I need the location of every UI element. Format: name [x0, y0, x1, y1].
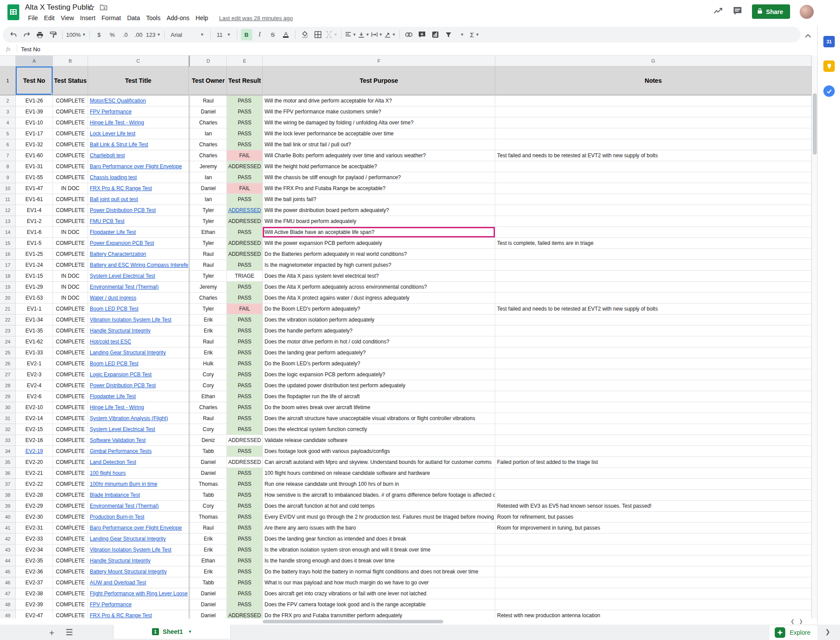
test-title-link[interactable]: Flight Performance with Ring Lever Loose: [90, 590, 187, 597]
insights-icon[interactable]: [713, 7, 723, 17]
menu-item-view[interactable]: View: [58, 14, 77, 22]
test-title-link[interactable]: Landing Gear Structural Integrity: [90, 536, 166, 542]
cell-test-owner[interactable]: Tyler: [190, 238, 227, 249]
cell-test-title[interactable]: AUW and Overload Test: [88, 577, 189, 588]
calendar-icon[interactable]: 31: [823, 36, 835, 47]
cell-test-no[interactable]: EV2-31: [16, 523, 53, 534]
column-header-B[interactable]: B: [53, 56, 88, 67]
cell-test-title[interactable]: Hinge Life Test - Wiring: [88, 117, 189, 128]
cell-test-title[interactable]: System Level Electrical Test: [88, 424, 189, 435]
cell-notes[interactable]: [495, 260, 812, 271]
row-number[interactable]: 17: [0, 260, 16, 271]
cell-test-title[interactable]: FMU PCB Test: [88, 216, 189, 227]
header-cell[interactable]: Test Result: [227, 67, 263, 95]
cell-test-no[interactable]: EV1-17: [16, 128, 53, 139]
insert-chart-icon[interactable]: [430, 29, 441, 40]
cell-test-status[interactable]: IN DOC: [53, 282, 88, 293]
cell-notes[interactable]: [495, 325, 812, 336]
cell-test-purpose[interactable]: What is our max payload and how much mar…: [263, 577, 495, 588]
add-sheet-icon[interactable]: ＋: [43, 627, 60, 638]
cell-test-purpose[interactable]: Will the height hold performance be acec…: [263, 161, 495, 172]
cell-test-result[interactable]: PASS: [227, 117, 263, 128]
cell-test-purpose[interactable]: Is the handle strong enough and does it …: [263, 555, 495, 566]
cell-test-purpose[interactable]: Will Active Blade have an acceptable lif…: [263, 227, 495, 238]
test-title-link[interactable]: Handle Structural Integrity: [90, 558, 151, 564]
cell-test-result[interactable]: PASS: [227, 512, 263, 523]
cell-notes[interactable]: Failed portion of test added to the tria…: [495, 457, 812, 468]
cell-test-title[interactable]: Handle Structural Integrity: [88, 325, 189, 336]
cell-test-no[interactable]: EV2-21: [16, 468, 53, 479]
cell-test-purpose[interactable]: Will the wiring be damaged by folding / …: [263, 117, 495, 128]
cell-test-owner[interactable]: Daniel: [190, 457, 227, 468]
insert-link-icon[interactable]: [403, 29, 415, 40]
cell-notes[interactable]: Room for refinement, but passes: [495, 512, 812, 523]
cell-test-status[interactable]: COMPLETE: [53, 545, 88, 555]
cell-test-status[interactable]: COMPLETE: [53, 95, 88, 106]
cell-test-title[interactable]: Hot/cold test ESC: [88, 336, 189, 347]
cell-test-title[interactable]: Chassis loading test: [88, 172, 189, 183]
cell-test-status[interactable]: COMPLETE: [53, 534, 88, 545]
cell-test-purpose[interactable]: Do the battery trays hold the battery in…: [263, 566, 495, 577]
cell-notes[interactable]: [495, 271, 812, 282]
cell-test-no[interactable]: EV2-38: [16, 588, 53, 599]
row-number[interactable]: 20: [0, 293, 16, 304]
header-cell[interactable]: Test Status: [53, 67, 88, 95]
cell-test-title[interactable]: Production Burn-in Test: [88, 512, 189, 523]
cell-test-owner[interactable]: Ethan: [190, 391, 227, 402]
cell-test-title[interactable]: Flopdapter Life Test: [88, 391, 189, 402]
cell-test-purpose[interactable]: Does the FPV camera footage look good an…: [263, 599, 495, 610]
cell-notes[interactable]: [495, 566, 812, 577]
test-title-link[interactable]: 100hr minumum Burn in time: [90, 481, 157, 487]
panel-collapse-icon[interactable]: ❯: [825, 628, 830, 635]
test-title-link[interactable]: Motor/ESC Qualification: [90, 98, 146, 104]
cell-test-no[interactable]: EV2-4: [16, 380, 53, 391]
cell-test-status[interactable]: COMPLETE: [53, 369, 88, 380]
cell-test-no[interactable]: EV1-47: [16, 183, 53, 194]
cell-test-purpose[interactable]: Will the FRX Pro and Futaba Range be acc…: [263, 183, 495, 194]
test-title-link[interactable]: AUW and Overload Test: [90, 580, 146, 586]
cell-test-owner[interactable]: Erik: [190, 315, 227, 325]
cell-test-purpose[interactable]: Does the aircraft function at hot and co…: [263, 501, 495, 512]
test-title-link[interactable]: Battery Mount Structural Integrity: [90, 569, 166, 575]
cell-notes[interactable]: [495, 402, 812, 413]
cell-test-title[interactable]: Power Distribution PCB Test: [88, 380, 189, 391]
cell-test-result[interactable]: ADDRESSED: [227, 457, 263, 468]
test-title-link[interactable]: Ball joint pull out test: [90, 196, 138, 202]
cell-test-no[interactable]: EV1-25: [16, 249, 53, 260]
menu-item-format[interactable]: Format: [99, 14, 124, 22]
tasks-icon[interactable]: [823, 85, 835, 97]
menu-item-addons[interactable]: Add-ons: [163, 14, 192, 22]
cell-test-no[interactable]: EV2-34: [16, 545, 53, 555]
cell-test-no[interactable]: EV2-16: [16, 435, 53, 446]
cell-test-title[interactable]: Flopdapter Life Test: [88, 227, 189, 238]
test-title-link[interactable]: Ball Link & Strut Life Test: [90, 141, 148, 148]
cell-test-title[interactable]: Vibration Isolation System Life Test: [88, 315, 189, 325]
cell-test-status[interactable]: IN DOC: [53, 271, 88, 282]
cell-test-status[interactable]: COMPLETE: [53, 588, 88, 599]
cell-test-purpose[interactable]: Does the flopdapter run the life of airc…: [263, 391, 495, 402]
cell-test-owner[interactable]: Charles: [190, 293, 227, 304]
cell-test-result[interactable]: PASS: [227, 534, 263, 545]
cell-test-no[interactable]: EV1-55: [16, 172, 53, 183]
column-header-D[interactable]: D: [190, 56, 227, 67]
cell-test-status[interactable]: COMPLETE: [53, 172, 88, 183]
cell-test-result[interactable]: PASS: [227, 106, 263, 117]
cell-test-result[interactable]: FAIL: [227, 304, 263, 315]
cell-test-result[interactable]: ADDRESSED: [227, 435, 263, 446]
cell-test-owner[interactable]: Raul: [190, 336, 227, 347]
cell-test-owner[interactable]: Erik: [190, 534, 227, 545]
row-number[interactable]: 29: [0, 391, 16, 402]
test-title-link[interactable]: Hinge Life Test - Wiring: [90, 404, 144, 410]
row-number[interactable]: 45: [0, 566, 16, 577]
cell-test-title[interactable]: 100hr minumum Burn in time: [88, 479, 189, 490]
cell-test-result[interactable]: PASS: [227, 490, 263, 501]
cell-test-result[interactable]: PASS: [227, 501, 263, 512]
cell-notes[interactable]: [495, 194, 812, 205]
test-title-link[interactable]: Environmental Test (Thermal): [90, 284, 159, 290]
menu-item-insert[interactable]: Insert: [77, 14, 99, 22]
test-title-link[interactable]: Boom LED PCB Test: [90, 306, 138, 312]
comment-history-icon[interactable]: [733, 6, 742, 18]
cell-notes[interactable]: [495, 358, 812, 369]
cell-test-no[interactable]: EV1-1: [16, 304, 53, 315]
cell-test-title[interactable]: Gimbal Performance Tests: [88, 446, 189, 457]
